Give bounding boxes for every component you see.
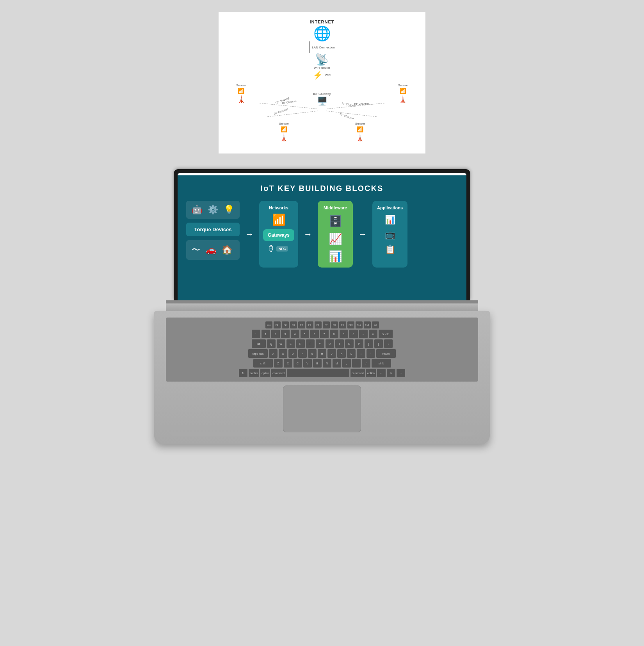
key-d[interactable]: D <box>288 349 297 358</box>
bluetooth-icon: ₿ <box>269 244 273 253</box>
key-tab[interactable]: tab <box>252 339 266 348</box>
laptop-hinge-body <box>166 300 478 311</box>
key-control[interactable]: control <box>249 369 259 377</box>
key-fn[interactable]: fn <box>239 369 247 377</box>
devices-panel: 🤖 ⚙️ 💡 Torque Devices 〜 🚗 🏠 <box>186 201 240 268</box>
key-comma[interactable]: , <box>342 359 351 368</box>
key-command-left[interactable]: command <box>271 369 286 377</box>
presentation-icon: 📊 <box>385 215 395 225</box>
key-g[interactable]: G <box>308 349 317 358</box>
rf-lines-svg: RF Channel RF Channel RF Channel RF Chan… <box>228 80 416 119</box>
key-shift-right[interactable]: shift <box>372 359 391 368</box>
key-f1[interactable]: F1 <box>274 321 281 328</box>
lan-line <box>309 41 310 53</box>
key-6[interactable]: 6 <box>310 330 319 338</box>
svg-text:RF Channel: RF Channel <box>282 100 297 105</box>
key-i[interactable]: I <box>335 339 344 348</box>
wave-icon: 〜 <box>192 244 200 256</box>
key-u[interactable]: U <box>326 339 334 348</box>
key-e[interactable]: E <box>286 339 295 348</box>
key-f[interactable]: F <box>298 349 307 358</box>
laptop-screen-outer: IoT KEY BUILDING BLOCKS 🤖 ⚙️ 💡 Torque De… <box>174 169 470 300</box>
key-n[interactable]: N <box>323 359 331 368</box>
key-arrow-updown[interactable]: ↑↓ <box>387 369 395 377</box>
key-t[interactable]: T <box>306 339 315 348</box>
key-y[interactable]: Y <box>316 339 324 348</box>
key-lbracket[interactable]: [ <box>365 339 373 348</box>
key-f12[interactable]: F12 <box>364 321 371 328</box>
key-1[interactable]: 1 <box>262 330 270 338</box>
key-shift-left[interactable]: shift <box>253 359 273 368</box>
middleware-column: Middleware 🗄️ 📈 📊 <box>318 201 353 268</box>
key-f11[interactable]: F11 <box>356 321 363 328</box>
key-5[interactable]: 5 <box>301 330 309 338</box>
key-f3[interactable]: F3 <box>290 321 297 328</box>
key-arrow-right[interactable]: → <box>397 369 405 377</box>
key-quote[interactable]: ' <box>366 349 375 358</box>
key-2[interactable]: 2 <box>271 330 280 338</box>
touchpad[interactable] <box>283 385 361 432</box>
key-f8[interactable]: F8 <box>331 321 338 328</box>
key-7[interactable]: 7 <box>320 330 329 338</box>
key-capslock[interactable]: caps lock <box>248 349 268 358</box>
torque-devices-btn[interactable]: Torque Devices <box>186 223 240 236</box>
key-x[interactable]: X <box>284 359 292 368</box>
key-z[interactable]: Z <box>274 359 283 368</box>
key-v[interactable]: V <box>303 359 312 368</box>
key-esc[interactable]: esc <box>265 321 272 328</box>
key-f7[interactable]: F7 <box>323 321 330 328</box>
key-equals[interactable]: = <box>369 330 377 338</box>
key-command-right[interactable]: command <box>350 369 365 377</box>
robot-icon: 🤖 <box>192 205 202 215</box>
key-a[interactable]: A <box>269 349 278 358</box>
key-f10[interactable]: F10 <box>347 321 354 328</box>
key-f4[interactable]: F4 <box>298 321 305 328</box>
key-slash[interactable]: / <box>362 359 370 368</box>
key-s[interactable]: S <box>279 349 287 358</box>
key-l[interactable]: L <box>347 349 356 358</box>
key-b[interactable]: B <box>313 359 322 368</box>
key-r[interactable]: R <box>296 339 305 348</box>
antenna-bl-icon: 🗼 <box>279 133 288 142</box>
key-semicolon[interactable]: ; <box>357 349 365 358</box>
key-w[interactable]: W <box>277 339 285 348</box>
lan-label: LAN Connection <box>312 46 334 49</box>
screen-title: IoT KEY BUILDING BLOCKS <box>186 184 458 193</box>
database-icon: 🗄️ <box>329 215 342 228</box>
key-f5[interactable]: F5 <box>306 321 313 328</box>
key-m[interactable]: M <box>333 359 341 368</box>
key-p[interactable]: P <box>355 339 363 348</box>
key-k[interactable]: K <box>337 349 346 358</box>
key-c[interactable]: C <box>294 359 302 368</box>
key-option-left[interactable]: option <box>260 369 270 377</box>
key-delete[interactable]: delete <box>379 330 393 338</box>
key-backtick[interactable]: ` <box>252 330 260 338</box>
wifi-networks-icon: 📶 <box>272 213 286 226</box>
key-f6[interactable]: F6 <box>315 321 322 328</box>
key-f9[interactable]: F9 <box>339 321 346 328</box>
key-8[interactable]: 8 <box>330 330 338 338</box>
wifi-router-label: WiFi Router <box>314 66 330 70</box>
key-return[interactable]: return <box>376 349 396 358</box>
laptop-bottom-bar <box>170 432 474 436</box>
key-3[interactable]: 3 <box>281 330 290 338</box>
key-del[interactable]: del <box>372 321 379 328</box>
key-period[interactable]: . <box>352 359 361 368</box>
key-arrow-left[interactable]: ← <box>377 369 386 377</box>
key-space[interactable] <box>287 369 349 377</box>
key-option-right[interactable]: option <box>366 369 376 377</box>
key-minus[interactable]: - <box>359 330 368 338</box>
key-h[interactable]: H <box>318 349 326 358</box>
key-backslash[interactable]: \ <box>384 339 393 348</box>
devices-icons-bottom: 〜 🚗 🏠 <box>186 240 240 260</box>
key-f2[interactable]: F2 <box>282 321 289 328</box>
key-j[interactable]: J <box>327 349 336 358</box>
key-q[interactable]: Q <box>267 339 276 348</box>
key-9[interactable]: 9 <box>340 330 348 338</box>
key-4[interactable]: 4 <box>291 330 299 338</box>
bt-nfc-row: ₿ NFC <box>269 244 288 253</box>
gateways-button[interactable]: Gateways <box>263 229 294 241</box>
key-0[interactable]: 0 <box>349 330 358 338</box>
key-o[interactable]: O <box>345 339 354 348</box>
key-rbracket[interactable]: ] <box>374 339 383 348</box>
